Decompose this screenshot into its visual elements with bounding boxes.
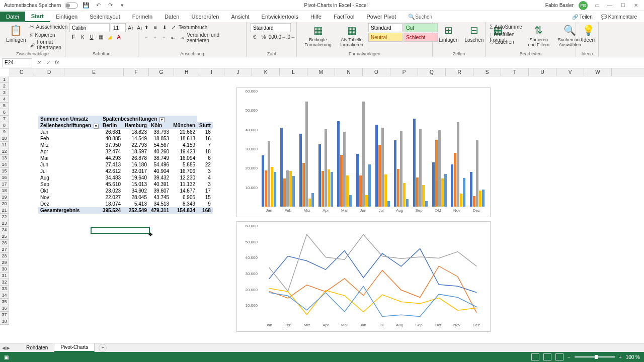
align-right-icon[interactable]: ≡ bbox=[160, 34, 168, 42]
column-headers[interactable]: CDEFGHIJKLMNOPQRSTUVW bbox=[9, 68, 644, 76]
bar[interactable] bbox=[337, 121, 340, 207]
row-header[interactable]: 21 bbox=[0, 207, 9, 214]
bold-button[interactable]: F bbox=[69, 33, 77, 41]
column-header[interactable]: S bbox=[473, 68, 501, 76]
row-header[interactable]: 22 bbox=[0, 214, 9, 220]
autosum-button[interactable]: ΣAutoSumme bbox=[490, 23, 522, 30]
row-header[interactable]: 28 bbox=[0, 253, 9, 259]
font-size-input[interactable]: 11 bbox=[111, 23, 126, 32]
row-header[interactable]: 3 bbox=[0, 89, 9, 96]
sheet-tab-pivot-charts[interactable]: Pivot-Charts bbox=[54, 343, 95, 352]
tab-formulas[interactable]: Formeln bbox=[126, 12, 158, 22]
bar[interactable] bbox=[325, 129, 327, 207]
column-header[interactable]: D bbox=[34, 68, 64, 76]
bar[interactable] bbox=[346, 175, 349, 207]
row-header[interactable]: 13 bbox=[0, 155, 9, 161]
indent-inc-icon[interactable]: ⇥ bbox=[178, 34, 186, 42]
search-icon[interactable]: 🔍 bbox=[408, 14, 415, 20]
bar[interactable] bbox=[271, 167, 273, 207]
bar[interactable] bbox=[413, 119, 416, 207]
column-header[interactable]: L bbox=[280, 68, 307, 76]
underline-button[interactable]: U bbox=[88, 33, 96, 41]
tab-facttool[interactable]: FactTool bbox=[328, 12, 361, 22]
row-header[interactable]: 38 bbox=[0, 318, 9, 325]
column-header[interactable]: E bbox=[64, 68, 124, 76]
worksheet-area[interactable]: 1234567891011121314151617181920212223242… bbox=[0, 76, 644, 336]
bar[interactable] bbox=[365, 195, 368, 207]
row-header[interactable]: 37 bbox=[0, 312, 9, 318]
column-header[interactable]: J bbox=[224, 68, 252, 76]
sheet-tab-rohdaten[interactable]: Rohdaten bbox=[20, 344, 54, 351]
share-button[interactable]: 🔗 Teilen bbox=[569, 13, 596, 21]
bar[interactable] bbox=[432, 162, 435, 207]
row-header[interactable]: 7 bbox=[0, 116, 9, 122]
format-painter-button[interactable]: 🖌Format übertragen bbox=[30, 39, 67, 51]
selected-cell[interactable] bbox=[91, 227, 150, 234]
bar[interactable] bbox=[375, 125, 378, 207]
bar[interactable] bbox=[387, 201, 390, 207]
add-sheet-button[interactable]: + bbox=[99, 344, 107, 352]
row-header[interactable]: 20 bbox=[0, 201, 9, 207]
bar[interactable] bbox=[435, 140, 438, 207]
thousands-icon[interactable]: 000 bbox=[269, 33, 277, 41]
clear-button[interactable]: ◇Löschen bbox=[490, 38, 522, 46]
column-header[interactable]: O bbox=[363, 68, 390, 76]
column-header[interactable]: M bbox=[307, 68, 335, 76]
cancel-formula-icon[interactable]: ✕ bbox=[34, 58, 43, 67]
bar[interactable] bbox=[403, 183, 406, 207]
column-header[interactable]: H bbox=[174, 68, 199, 76]
number-format-select[interactable]: Standard bbox=[251, 23, 291, 32]
orientation-icon[interactable]: ⤢ bbox=[170, 23, 178, 31]
row-header[interactable]: 10 bbox=[0, 135, 9, 142]
paste-button[interactable]: 📋Einfügen bbox=[4, 23, 28, 44]
tab-view[interactable]: Ansicht bbox=[225, 12, 255, 22]
percent-icon[interactable]: % bbox=[260, 33, 268, 41]
row-header[interactable]: 14 bbox=[0, 161, 9, 168]
row-header[interactable]: 18 bbox=[0, 188, 9, 194]
bar[interactable] bbox=[416, 177, 419, 207]
row-header[interactable]: 15 bbox=[0, 168, 9, 174]
tab-insert[interactable]: Einfügen bbox=[50, 12, 84, 22]
font-color-icon[interactable]: A bbox=[115, 33, 123, 41]
bar[interactable] bbox=[289, 171, 292, 207]
tab-help[interactable]: Hilfe bbox=[304, 12, 328, 22]
row-header[interactable]: 31 bbox=[0, 273, 9, 279]
decimal-dec-icon[interactable]: .0← bbox=[287, 33, 295, 41]
bar[interactable] bbox=[349, 195, 352, 207]
bar[interactable] bbox=[305, 102, 308, 207]
fill-color-icon[interactable]: ◢ bbox=[106, 33, 114, 41]
bar[interactable] bbox=[422, 185, 425, 207]
conditional-formatting-button[interactable]: ▦Bedingte Formatierung bbox=[301, 23, 335, 48]
redo-icon[interactable]: ↷ bbox=[106, 2, 114, 10]
bar[interactable] bbox=[454, 153, 456, 207]
wrap-text-button[interactable]: Textumbruch bbox=[179, 24, 207, 31]
bar[interactable] bbox=[280, 128, 283, 207]
row-headers[interactable]: 1234567891011121314151617181920212223242… bbox=[0, 76, 9, 325]
bar[interactable] bbox=[311, 193, 314, 207]
line-chart[interactable]: 10.00020.00030.00040.00050.00060.000 Jan… bbox=[236, 221, 491, 332]
bar[interactable] bbox=[274, 172, 276, 207]
style-neutral[interactable]: Neutral bbox=[368, 33, 403, 42]
bar[interactable] bbox=[283, 178, 286, 207]
close-icon[interactable]: ✕ bbox=[632, 2, 640, 10]
bar[interactable] bbox=[451, 164, 453, 207]
bar[interactable] bbox=[419, 129, 422, 207]
column-header[interactable]: K bbox=[252, 68, 280, 76]
bar[interactable] bbox=[457, 122, 459, 207]
format-as-table-button[interactable]: ▦Als Tabelle formatieren bbox=[337, 23, 366, 48]
tab-page-layout[interactable]: Seitenlayout bbox=[84, 12, 126, 22]
row-header[interactable]: 11 bbox=[0, 142, 9, 148]
row-header[interactable]: 16 bbox=[0, 174, 9, 181]
sort-filter-button[interactable]: ⇅Sortieren und Filtern bbox=[524, 23, 553, 48]
bar[interactable] bbox=[268, 141, 270, 207]
row-header[interactable]: 1 bbox=[0, 76, 9, 83]
sheet-nav-next-icon[interactable]: ▶ bbox=[7, 345, 10, 350]
tab-data[interactable]: Daten bbox=[158, 12, 185, 22]
bar[interactable] bbox=[331, 172, 333, 207]
indent-dec-icon[interactable]: ⇤ bbox=[169, 34, 177, 42]
row-header[interactable]: 6 bbox=[0, 109, 9, 116]
align-middle-icon[interactable]: ≡ bbox=[151, 23, 159, 31]
bar[interactable] bbox=[482, 190, 485, 207]
row-header[interactable]: 27 bbox=[0, 246, 9, 253]
zoom-slider[interactable] bbox=[575, 356, 615, 357]
